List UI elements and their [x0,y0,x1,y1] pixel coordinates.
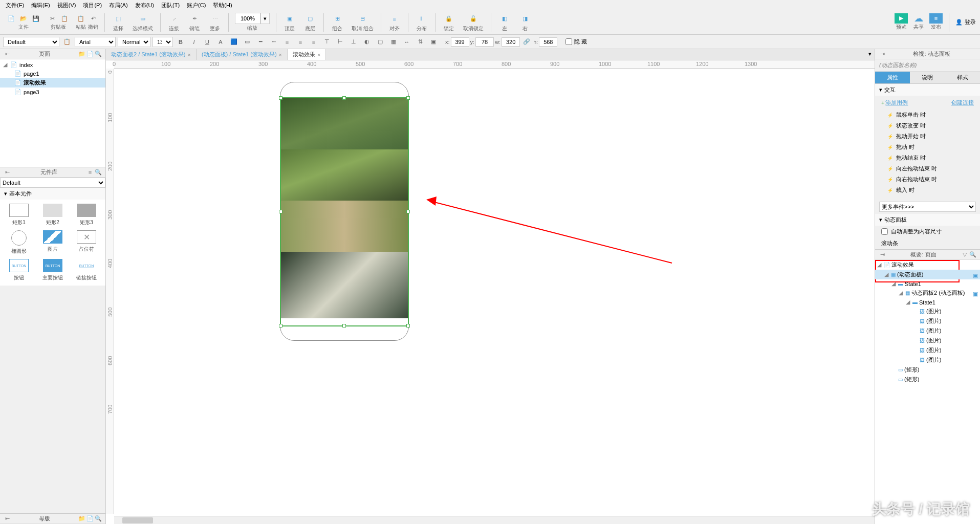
login-button[interactable]: 👤登录 [955,13,976,32]
menu-edit[interactable]: 编辑(E) [28,1,53,10]
inner-border-icon[interactable]: ▦ [388,37,399,47]
outline-item[interactable]: ◢▦(动态面板)▣ [875,270,980,279]
paste-btn[interactable]: 📋 [76,14,86,23]
font-select[interactable]: Arial [75,37,116,47]
fill-color-icon[interactable]: 🟦 [228,37,239,47]
add-page-icon[interactable]: 📄 [86,50,94,58]
outline-item[interactable]: ◢▬State1 [875,298,980,307]
event-item[interactable]: ⚡状态改变 时 [875,120,980,131]
outline-item[interactable]: ▭(矩形) [875,375,980,384]
tree-toggle-icon[interactable]: ◢ [3,61,8,68]
preview-button[interactable]: ▶预览 [895,13,908,32]
library-menu-icon[interactable]: ≡ [86,168,94,177]
underline-icon[interactable]: U [202,37,213,47]
horizontal-scrollbar[interactable] [114,516,875,524]
tree-item-scroll[interactable]: 📄 滚动效果 [0,78,105,88]
outline-item[interactable]: 🖼(图片) [875,307,980,316]
style-preset-select[interactable]: Default [3,37,59,47]
tab-2[interactable]: 滚动效果× [288,49,326,60]
collapse-icon[interactable]: ⇥ [878,251,886,259]
zoom-input[interactable] [235,13,260,24]
outline-item[interactable]: 🖼(图片) [875,316,980,326]
undo-icon[interactable]: ↶ [88,14,98,23]
tab-overflow-icon[interactable]: ▾ [865,49,875,60]
add-folder-icon[interactable]: 📁 [78,515,86,523]
add-case-link[interactable]: +添加用例 [881,99,908,106]
resize-handle[interactable] [342,324,346,328]
lib-button[interactable]: BUTTON按钮 [4,259,34,281]
size-select[interactable]: 13 [153,37,173,47]
event-item[interactable]: ⚡拖动开始 时 [875,131,980,142]
resize-handle[interactable] [279,96,282,100]
y-input[interactable] [475,37,494,47]
event-item[interactable]: ⚡向右拖动结束 时 [875,174,980,185]
unlock-btn[interactable]: 🔓取消锁定 [460,12,487,33]
filter-icon[interactable]: ▽ [961,251,969,259]
outline-item[interactable]: ◢▦动态面板2 (动态面板)▣ [875,288,980,298]
outline-item[interactable]: ◢▬State1 [875,279,980,288]
tab-0[interactable]: 动态面板2 / State1 (滚动效果)× [106,49,197,60]
line-style-icon[interactable]: ┅ [268,37,279,47]
outer-border-icon[interactable]: ▢ [375,37,386,47]
outline-item[interactable]: 🖼(图片) [875,326,980,336]
tree-toggle-icon[interactable]: ◢ [899,290,904,296]
italic-icon[interactable]: I [188,37,200,47]
collapse-icon[interactable]: ⇤ [3,515,11,523]
tree-item-page1[interactable]: 📄 page1 [0,69,105,78]
lib-ellipse[interactable]: 椭圆形 [4,230,34,255]
tree-toggle-icon[interactable]: ◢ [877,261,882,268]
pen-tool[interactable]: ✒ 钢笔 [185,12,204,33]
event-item[interactable]: ⚡向左拖动结束 时 [875,163,980,174]
text-color-icon[interactable]: A [215,37,226,47]
outline-item[interactable]: 🖼(图片) [875,345,980,355]
lib-rect2[interactable]: 矩形2 [38,204,68,226]
resize-handle[interactable] [279,210,282,213]
outline-item[interactable]: 🖼(图片) [875,336,980,345]
more-events-select[interactable]: 更多事件>>> [879,202,976,212]
menu-team[interactable]: 团队(T) [158,1,183,10]
library-section-basic[interactable]: ▾ 基本元件 [0,188,105,200]
zoom-dropdown[interactable]: ▾ [260,13,270,24]
event-item[interactable]: ⚡载入 时 [875,185,980,195]
new-file-icon[interactable]: 📄 [6,14,16,23]
align-center-icon[interactable]: ≡ [295,37,306,47]
cut-icon[interactable]: ✂ [47,14,57,23]
w-input[interactable] [502,37,520,47]
fill-picker-icon[interactable]: ◐ [361,37,373,47]
tree-toggle-icon[interactable]: ◢ [906,299,911,305]
menu-account[interactable]: 账户(C) [184,1,209,10]
close-icon[interactable]: × [279,52,282,58]
tree-toggle-icon[interactable]: ◢ [884,271,889,278]
valign-bot-icon[interactable]: ⊥ [348,37,359,47]
group-btn[interactable]: ⊞组合 [328,12,346,33]
outline-item[interactable]: ▭(矩形) [875,365,980,375]
resize-handle[interactable] [342,96,346,100]
collapse-icon[interactable]: ⇥ [878,50,886,58]
library-select[interactable]: Default [0,178,105,188]
tab-1[interactable]: (动态面板) / State1 (滚动效果)× [197,49,288,60]
more-tool[interactable]: ⋯ 更多 [206,12,224,33]
search-library-icon[interactable]: 🔍 [94,168,102,177]
search-outline-icon[interactable]: 🔍 [969,251,977,259]
lib-rect3[interactable]: 矩形3 [72,204,101,226]
lib-rect1[interactable]: 矩形1 [4,204,34,226]
tree-item-index[interactable]: ◢ 📄 index [0,60,105,69]
border-color-icon[interactable]: ▭ [242,37,253,47]
close-icon[interactable]: × [317,52,320,58]
event-item[interactable]: ⚡鼠标单击 时 [875,110,980,120]
copy-style-icon[interactable]: 📋 [61,37,73,47]
select-tool[interactable]: ⬚ 选择 [109,12,127,33]
scroll-thumb[interactable] [122,517,153,523]
lib-primary-button[interactable]: BUTTON主要按钮 [38,259,68,281]
visibility-icon[interactable]: ▣ [973,291,978,296]
visibility-icon[interactable]: ▣ [973,272,978,277]
select-mode-tool[interactable]: ▭ 选择模式 [129,12,156,33]
add-folder-icon[interactable]: 📁 [78,50,86,58]
lib-link-button[interactable]: BUTTON链接按钮 [72,259,101,281]
resize-handle[interactable] [406,324,410,328]
menu-publish[interactable]: 发布(U) [132,1,157,10]
h-input[interactable] [539,37,557,47]
create-link-link[interactable]: 创建连接 [951,99,974,106]
dp-section[interactable]: ▾ 动态面板 [875,214,980,226]
valign-mid-icon[interactable]: ⊢ [335,37,346,47]
